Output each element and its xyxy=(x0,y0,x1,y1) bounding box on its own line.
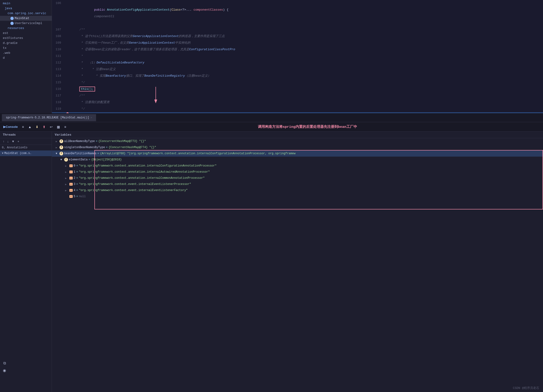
code-lines: 106 public AnnotationConfigApplicationCo… xyxy=(52,0,543,113)
var-icon-field-5: ≡ xyxy=(69,195,73,198)
toolbar-btn-down1[interactable]: ⬇ xyxy=(34,124,40,129)
sidebar-item-d[interactable]: d xyxy=(0,56,52,60)
sidebar-item-userservice[interactable]: UserServiceImpl xyxy=(0,21,52,26)
toolbar-btn-down2[interactable]: ⬆ xyxy=(41,124,47,129)
threads-toolbar: ↑ ↓ ▼ + xyxy=(0,138,52,145)
toolbar-btn-list[interactable]: ≡ xyxy=(21,124,25,129)
toolbar-btn-back[interactable]: ↩ xyxy=(48,124,54,129)
var-row-beandefinitionnames[interactable]: ▼ f beanDefinitionNames = {ArrayList@768… xyxy=(52,151,543,157)
var-icon-field-4: ≡ xyxy=(69,189,73,192)
sidebar-item-est[interactable]: est xyxy=(0,31,52,36)
toolbar-btn-filter[interactable]: ▦ xyxy=(56,124,61,129)
threads-header: Threads xyxy=(0,132,52,138)
var-icon-field-3: ≡ xyxy=(69,183,73,186)
sidebar-item-com-spring[interactable]: com.spring.ioc.servic xyxy=(0,11,52,16)
copy-btn[interactable]: ⧉ xyxy=(2,361,7,366)
tab-bar: spring-framework-5.2.10.RELEASE [MainSta… xyxy=(0,113,543,122)
variables-list: ▶ f allBeanNamesByType = {ConcurrentHash… xyxy=(52,138,543,200)
thread-item-mainstat[interactable]: ▼ MainStat (com.s. xyxy=(0,151,52,156)
sidebar-item-main[interactable]: main xyxy=(0,1,52,6)
var-row-0[interactable]: ▶ ≡ 0 = "org.springframework.context.ann… xyxy=(52,163,543,169)
var-row-5[interactable]: ≡ 5 = null xyxy=(52,193,543,200)
thread-list: 0, AnnotationCo ▼ MainStat (com.s. xyxy=(0,145,52,156)
main-container: main java com.spring.ioc.servic MainStat… xyxy=(0,0,543,392)
sidebar-item-java[interactable]: java xyxy=(0,6,52,11)
var-row-1[interactable]: ▶ ≡ 1 = "org.springframework.context.ann… xyxy=(52,169,543,175)
var-row-singletonbeannames[interactable]: ▶ f singletonBeanNamesByType = {Concurre… xyxy=(52,144,543,151)
breakpoint xyxy=(66,112,69,113)
code-line-113: 113 * * 注册bean定义 xyxy=(52,66,543,73)
editor-area: main java com.spring.ioc.servic MainStat… xyxy=(0,0,543,113)
thread-add-btn[interactable]: + xyxy=(17,139,20,144)
debug-panel: ▶ Console ≡ ▲ ⬇ ⬆ ↩ ▦ ≡ 调用构造方法将spring内置的… xyxy=(0,122,543,392)
code-line-108: 108 * 这个this()方法是调用该类的父类GenericApplicati… xyxy=(52,33,543,40)
code-line-118: 118 * 注册我们的配置类 xyxy=(52,99,543,106)
thread-down-btn[interactable]: ↓ xyxy=(6,139,10,144)
thread-up-btn[interactable]: ↑ xyxy=(2,139,6,144)
sidebar-item-estfixtures[interactable]: estFixtures xyxy=(0,36,52,41)
var-row-3[interactable]: ▶ ≡ 3 = "org.springframework.context.eve… xyxy=(52,181,543,187)
var-row-allbeannames[interactable]: ▶ f allBeanNamesByType = {ConcurrentHash… xyxy=(52,138,543,144)
toolbar-btn-align[interactable]: ≡ xyxy=(63,124,68,129)
code-line-106: 106 public AnnotationConfigApplicationCo… xyxy=(52,0,543,26)
toolbar-btn-up1[interactable]: ▲ xyxy=(27,124,33,129)
var-row-elementdata[interactable]: ▼ f elementData = {Object[256]@2018} xyxy=(52,157,543,163)
var-icon-field-1: ≡ xyxy=(69,171,73,173)
debug-annotation: 调用构造方法将spring内置的后置处理器先注册到bean工厂中 xyxy=(74,124,541,129)
var-icon-field-0: ≡ xyxy=(69,164,73,167)
var-icon-f2: f xyxy=(59,146,63,149)
debug-toolbar: ▶ Console ≡ ▲ ⬇ ⬆ ↩ ▦ ≡ 调用构造方法将spring内置的… xyxy=(0,122,543,132)
var-row-2[interactable]: ▶ ≡ 2 = "org.springframework.context.ann… xyxy=(52,175,543,181)
code-line-109: 109 * ①实例化一个bean工厂，在父类GenericApplication… xyxy=(52,40,543,46)
var-row-4[interactable]: ▶ ≡ 4 = "org.springframework.context.eve… xyxy=(52,187,543,193)
code-line-107: 107 /** xyxy=(52,26,543,33)
sidebar-item-gradle[interactable]: d.gradle xyxy=(0,41,52,45)
thread-filter-btn[interactable]: ▼ xyxy=(11,139,16,144)
watermark: CSDN @程序员老石 xyxy=(513,386,539,390)
code-line-110: 110 * ②获取bean定义的读取器reader，这个里面注册了很多后置处理器… xyxy=(52,46,543,53)
variables-header: Variables xyxy=(52,132,543,138)
code-line-120: 120 register(componentClasses); componen… xyxy=(52,112,543,113)
sidebar: main java com.spring.ioc.servic MainStat… xyxy=(0,0,52,113)
code-line-114: 114 * * 实现BeanFactory接口、实现了BeanDefinitio… xyxy=(52,73,543,79)
console-button[interactable]: ▶ Console xyxy=(2,124,19,129)
tab-close[interactable]: × xyxy=(90,116,92,119)
code-editor[interactable]: 106 public AnnotationConfigApplicationCo… xyxy=(52,0,543,113)
thread-item-0[interactable]: 0, AnnotationCo xyxy=(0,145,52,151)
code-line-117: 117 /** xyxy=(52,92,543,99)
sidebar-item-resources[interactable]: resources xyxy=(0,26,52,31)
debug-tab[interactable]: spring-framework-5.2.10.RELEASE [MainSta… xyxy=(2,114,96,121)
debug-content: Threads ↑ ↓ ▼ + 0, AnnotationCo ▼ MainSt… xyxy=(0,132,543,392)
sidebar-item-web[interactable]: .web xyxy=(0,50,52,56)
watch-btn[interactable]: ◉ xyxy=(2,368,7,373)
var-icon-f: f xyxy=(59,139,63,143)
mainstat-icon xyxy=(10,17,14,20)
sidebar-item-mainstat[interactable]: MainStat xyxy=(0,16,52,21)
var-icon-field-2: ≡ xyxy=(69,177,73,179)
var-icon-f3: f xyxy=(59,152,63,155)
console-label: Console xyxy=(6,125,18,129)
tab-label: spring-framework-5.2.10.RELEASE [MainSta… xyxy=(6,116,89,119)
code-line-115: 115 */ xyxy=(52,79,543,86)
code-line-111: 111 * xyxy=(52,53,543,59)
variables-panel: Variables ▶ f allBeanNamesByType = {Conc… xyxy=(52,132,543,392)
var-icon-f4: f xyxy=(64,158,68,162)
userservice-icon xyxy=(10,22,14,25)
code-line-112: 112 * （1）DefaultListableBeanFactory xyxy=(52,59,543,66)
code-line-116: 116 this(); xyxy=(52,86,543,92)
sidebar-item-tx[interactable]: tx xyxy=(0,45,52,50)
code-line-119: 119 */ xyxy=(52,106,543,112)
threads-panel: Threads ↑ ↓ ▼ + 0, AnnotationCo ▼ MainSt… xyxy=(0,132,52,392)
